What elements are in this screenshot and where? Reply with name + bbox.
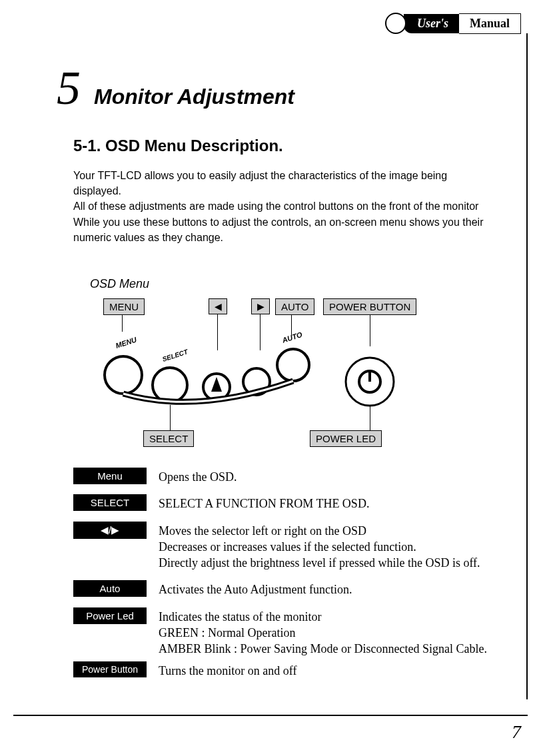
def-row-powerled: Power Led Indicates the status of the mo… bbox=[73, 607, 513, 657]
def-label: Power Button bbox=[73, 661, 147, 677]
panel-text-auto: AUTO bbox=[280, 330, 304, 344]
intro-p1: Your TFT-LCD allows you to easily adjust… bbox=[73, 168, 486, 198]
def-row-auto: Auto Activates the Auto Adjustment funct… bbox=[73, 580, 513, 597]
diagram-label-power-led: POWER LED bbox=[310, 430, 382, 447]
section-title: 5-1. OSD Menu Description. bbox=[73, 137, 283, 155]
intro-p2: All of these adjustments are made using … bbox=[73, 198, 486, 214]
panel-illustration: MENU SELECT AUTO bbox=[97, 328, 436, 435]
chapter-title: Monitor Adjustment bbox=[94, 85, 294, 109]
intro-text: Your TFT-LCD allows you to easily adjust… bbox=[73, 168, 486, 245]
panel-text-select: SELECT bbox=[161, 348, 189, 363]
intro-p3: While you use these buttons to adjust th… bbox=[73, 214, 486, 245]
def-row-select: SELECT SELECT A FUNCTION FROM THE OSD. bbox=[73, 494, 513, 512]
svg-point-0 bbox=[105, 356, 142, 394]
chapter-heading: 5 Monitor Adjustment bbox=[57, 67, 294, 110]
connector-line bbox=[370, 405, 370, 430]
def-label: Menu bbox=[73, 468, 147, 484]
panel-text-menu: MENU bbox=[115, 335, 139, 350]
page-number: 7 bbox=[512, 721, 521, 743]
diagram-label-auto: AUTO bbox=[275, 298, 314, 315]
page-border bbox=[526, 33, 528, 699]
header-circle-icon bbox=[385, 13, 406, 34]
osd-diagram: MENU ◀ ▶ AUTO POWER BUTTON MENU SELECT A… bbox=[103, 298, 463, 452]
def-desc: SELECT A FUNCTION FROM THE OSD. bbox=[159, 494, 513, 512]
def-row-menu: Menu Opens the OSD. bbox=[73, 468, 513, 485]
connector-line bbox=[170, 405, 171, 430]
def-desc: Moves the selector left or right on the … bbox=[159, 522, 513, 571]
definitions-table: Menu Opens the OSD. SELECT SELECT A FUNC… bbox=[73, 468, 513, 688]
chapter-number: 5 bbox=[57, 67, 81, 110]
def-desc: Activates the Auto Adjustment function. bbox=[159, 580, 513, 597]
def-row-arrows: ◀/▶ Moves the selector left or right on … bbox=[73, 522, 513, 571]
diagram-label-right-arrow: ▶ bbox=[251, 298, 270, 314]
header-tabs: User's Manual bbox=[385, 13, 521, 33]
diagram-label-power-button: POWER BUTTON bbox=[323, 298, 416, 315]
osd-menu-label: OSD Menu bbox=[90, 277, 149, 291]
diagram-label-menu: MENU bbox=[103, 298, 145, 315]
svg-point-4 bbox=[277, 349, 309, 381]
def-label: SELECT bbox=[73, 494, 147, 511]
def-desc: Opens the OSD. bbox=[159, 468, 513, 485]
def-desc: Turns the monitor on and off bbox=[159, 661, 513, 679]
def-label: ◀/▶ bbox=[73, 522, 147, 539]
def-label: Auto bbox=[73, 580, 147, 597]
header-tab-manual: Manual bbox=[459, 13, 521, 34]
def-row-powerbutton: Power Button Turns the monitor on and of… bbox=[73, 661, 513, 679]
def-label: Power Led bbox=[73, 607, 147, 624]
diagram-label-select: SELECT bbox=[143, 430, 194, 447]
diagram-label-left-arrow: ◀ bbox=[209, 298, 227, 314]
header-tab-users: User's bbox=[404, 14, 459, 33]
def-desc: Indicates the status of the monitor GREE… bbox=[159, 607, 513, 657]
page-border bbox=[13, 715, 528, 716]
svg-point-1 bbox=[153, 368, 187, 402]
